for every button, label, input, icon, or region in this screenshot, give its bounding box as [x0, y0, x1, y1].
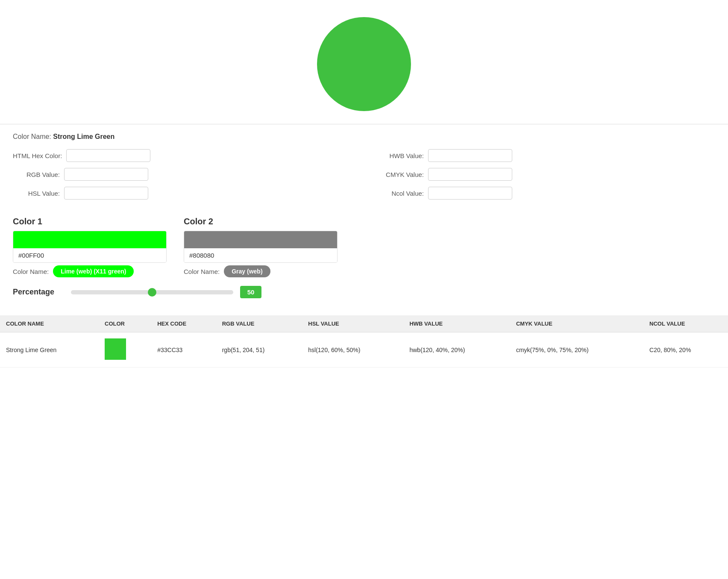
color-values-grid: HTML Hex Color: #40c040 RGB Value: rgb(6…: [13, 149, 715, 200]
th-ncol: NCOL VALUE: [643, 315, 728, 332]
mixers-row: Color 1 #00FF00 Color Name: Lime (web) (…: [13, 217, 715, 277]
slider-track: [71, 290, 233, 294]
color-name-value: Strong Lime Green: [53, 133, 114, 140]
cell-cmyk: cmyk(75%, 0%, 75%, 20%): [510, 332, 643, 367]
mixers-section: Color 1 #00FF00 Color Name: Lime (web) (…: [0, 212, 728, 311]
html-hex-label: HTML Hex Color:: [13, 152, 62, 159]
color1-hex: #00FF00: [13, 248, 166, 262]
table-row: Strong Lime Green #33CC33 rgb(51, 204, 5…: [0, 332, 728, 367]
info-section: Color Name: Strong Lime Green HTML Hex C…: [0, 124, 728, 212]
ncol-row: Ncol Value: C25, 75%, 25%: [377, 187, 715, 200]
percentage-value: 50: [240, 286, 261, 298]
color-circle-section: [0, 0, 728, 124]
cell-swatch: [99, 332, 151, 367]
cell-hwb: hwb(120, 40%, 20%): [403, 332, 510, 367]
cell-rgb: rgb(51, 204, 51): [216, 332, 302, 367]
color-circle: [317, 17, 411, 111]
slider-thumb[interactable]: [148, 288, 156, 297]
cmyk-row: CMYK Value: cmyk(67%, 0%, 67%, 25): [377, 168, 715, 181]
th-rgb: RGB VALUE: [216, 315, 302, 332]
color1-name-badge: Lime (web) (X11 green): [53, 265, 134, 277]
th-hex-code: HEX CODE: [151, 315, 216, 332]
fields-right: HWB Value: hwb(120, 50%, 25%) CMYK Value…: [377, 149, 715, 200]
color2-box: #808080: [184, 231, 338, 263]
color2-name-badge: Gray (web): [224, 265, 270, 277]
hsl-label: HSL Value:: [13, 190, 60, 197]
th-hsl: HSL VALUE: [302, 315, 403, 332]
color2-name-row: Color Name: Gray (web): [184, 263, 338, 277]
ncol-label: Ncol Value:: [377, 190, 424, 197]
percentage-label: Percentage: [13, 288, 64, 297]
color2-container: Color 2 #808080 Color Name: Gray (web): [184, 217, 338, 277]
table-section: COLOR NAME COLOR HEX CODE RGB VALUE HSL …: [0, 315, 728, 367]
color1-name-label: Color Name:: [13, 268, 49, 275]
html-hex-input[interactable]: #40c040: [66, 149, 150, 162]
percentage-slider-container: [71, 290, 233, 294]
color1-heading: Color 1: [13, 217, 167, 226]
color1-name-row: Color Name: Lime (web) (X11 green): [13, 263, 167, 277]
ncol-input[interactable]: C25, 75%, 25%: [428, 187, 512, 200]
color1-container: Color 1 #00FF00 Color Name: Lime (web) (…: [13, 217, 167, 277]
percentage-row: Percentage 50: [13, 286, 715, 298]
color1-swatch: [13, 231, 166, 248]
th-color: COLOR: [99, 315, 151, 332]
hsl-input[interactable]: hsl(120, 50%, 50%): [64, 187, 148, 200]
cmyk-label: CMYK Value:: [377, 171, 424, 178]
cell-ncol: C20, 80%, 20%: [643, 332, 728, 367]
color-name-row: Color Name: Strong Lime Green: [13, 133, 715, 141]
table-header-row: COLOR NAME COLOR HEX CODE RGB VALUE HSL …: [0, 315, 728, 332]
hsl-row: HSL Value: hsl(120, 50%, 50%): [13, 187, 351, 200]
color2-name-label: Color Name:: [184, 268, 220, 275]
cmyk-input[interactable]: cmyk(67%, 0%, 67%, 25): [428, 168, 512, 181]
color-name-label: Color Name:: [13, 133, 51, 140]
rgb-row: RGB Value: rgb(64, 192, 64): [13, 168, 351, 181]
hwb-label: HWB Value:: [377, 152, 424, 159]
th-color-name: COLOR NAME: [0, 315, 99, 332]
html-hex-row: HTML Hex Color: #40c040: [13, 149, 351, 162]
cell-hex: #33CC33: [151, 332, 216, 367]
cell-name: Strong Lime Green: [0, 332, 99, 367]
hwb-input[interactable]: hwb(120, 50%, 25%): [428, 149, 512, 162]
rgb-label: RGB Value:: [13, 171, 60, 178]
th-hwb: HWB VALUE: [403, 315, 510, 332]
cell-hsl: hsl(120, 60%, 50%): [302, 332, 403, 367]
rgb-input[interactable]: rgb(64, 192, 64): [64, 168, 148, 181]
color2-swatch: [184, 231, 337, 248]
fields-left: HTML Hex Color: #40c040 RGB Value: rgb(6…: [13, 149, 351, 200]
color-table: COLOR NAME COLOR HEX CODE RGB VALUE HSL …: [0, 315, 728, 367]
color2-hex: #808080: [184, 248, 337, 262]
table-body: Strong Lime Green #33CC33 rgb(51, 204, 5…: [0, 332, 728, 367]
hwb-row: HWB Value: hwb(120, 50%, 25%): [377, 149, 715, 162]
color1-box: #00FF00: [13, 231, 167, 263]
color2-heading: Color 2: [184, 217, 338, 226]
th-cmyk: CMYK VALUE: [510, 315, 643, 332]
